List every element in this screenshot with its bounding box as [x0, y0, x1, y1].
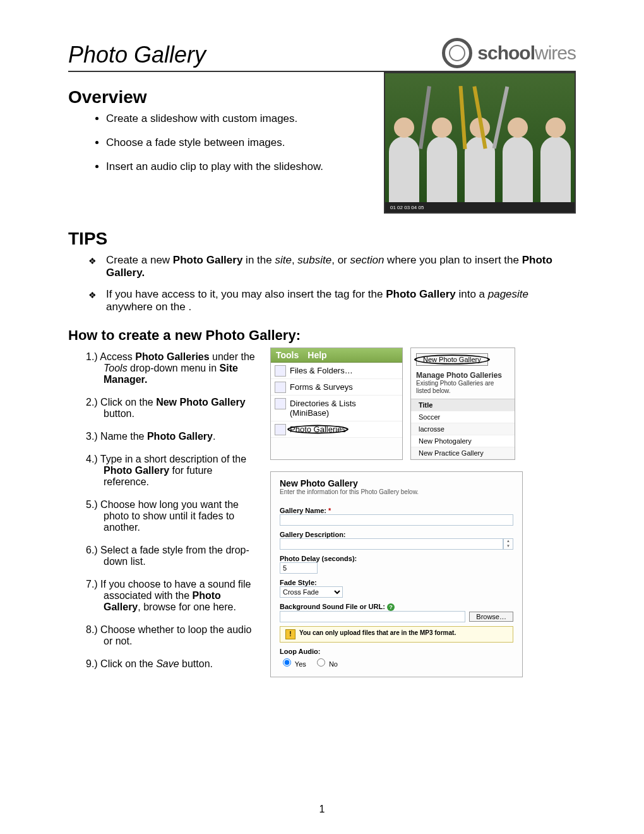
tools-menu-header: Tools Help	[271, 348, 402, 363]
photo-footer: 01 02 03 04 05	[385, 202, 575, 212]
warning-text: You can only upload files that are in th…	[299, 629, 456, 636]
list-item: Choose a fade style between images.	[106, 136, 366, 149]
sound-input[interactable]	[280, 611, 465, 622]
list-item: 7.) If you choose to have a sound file a…	[86, 579, 258, 613]
tips-list: Create a new Photo Gallery in the site, …	[68, 254, 576, 313]
steps-list: 1.) Access Photo Galleries under the Too…	[68, 351, 258, 670]
list-item: Create a slideshow with custom images.	[106, 112, 366, 125]
galleries-panel-screenshot: New Photo Gallery Manage Photo Galleries…	[410, 348, 515, 460]
tab-tools[interactable]: Tools	[276, 350, 299, 360]
list-item: 5.) Choose how long you want the photo t…	[86, 499, 258, 533]
gallery-name-input[interactable]	[280, 514, 513, 526]
folder-icon	[275, 365, 286, 377]
list-item: 4.) Type in a short description of the P…	[86, 454, 258, 488]
gallery-desc-input[interactable]	[280, 538, 503, 550]
table-row[interactable]: New Photogalery	[411, 435, 515, 447]
menu-item-photo-galleries[interactable]: Photo Galleries	[271, 421, 402, 438]
table-header: Title	[411, 399, 515, 411]
fade-style-label: Fade Style:	[280, 579, 513, 586]
logo-icon	[442, 38, 472, 68]
tab-help[interactable]: Help	[307, 350, 326, 360]
gallery-icon	[275, 424, 286, 435]
warning-icon: !	[285, 629, 295, 639]
menu-item[interactable]: Files & Folders…	[271, 363, 402, 379]
browse-button[interactable]: Browse…	[469, 612, 513, 622]
manage-galleries-subtitle: Existing Photo Galleries are listed belo…	[416, 380, 494, 394]
photo-delay-input[interactable]	[280, 562, 318, 574]
brand-text-bold: school	[477, 42, 535, 63]
list-item: 3.) Name the Photo Gallery.	[86, 431, 258, 442]
new-photo-gallery-button[interactable]: New Photo Gallery	[416, 353, 488, 366]
form-title: New Photo Gallery	[280, 478, 513, 488]
help-icon[interactable]: ?	[387, 603, 395, 611]
menu-item[interactable]: Directories & Lists (MiniBase)	[271, 396, 402, 421]
table-row[interactable]: lacrosse	[411, 423, 515, 435]
desc-spinner[interactable]: ▲▼	[503, 538, 513, 550]
list-item: Insert an audio clip to play with the sl…	[106, 160, 366, 173]
list-item: 9.) Click on the Save button.	[86, 658, 258, 670]
page-number: 1	[0, 804, 644, 815]
list-item: If you have access to it, you may also i…	[106, 288, 576, 313]
loop-yes[interactable]: Yes	[280, 656, 306, 668]
brand-text-light: wires	[535, 42, 576, 63]
page-title: Photo Gallery	[68, 42, 206, 68]
overview-heading: Overview	[68, 87, 366, 107]
gallery-desc-label: Gallery Description:	[280, 531, 513, 538]
tools-menu-screenshot: Tools Help Files & Folders… Forms & Surv…	[270, 348, 403, 460]
manage-galleries-title: Manage Photo Galleries	[416, 371, 510, 380]
new-gallery-form-screenshot: New Photo Gallery Enter the information …	[270, 471, 523, 677]
sample-photo: 01 02 03 04 05	[384, 72, 576, 214]
list-item: 1.) Access Photo Galleries under the Too…	[86, 351, 258, 385]
list-item: Create a new Photo Gallery in the site, …	[106, 254, 576, 279]
brand-logo: schoolwires	[442, 38, 576, 68]
list-item: 8.) Choose whether to loop the audio or …	[86, 624, 258, 647]
list-item: 2.) Click on the New Photo Gallery butto…	[86, 397, 258, 420]
form-icon	[275, 382, 286, 393]
form-subtitle: Enter the information for this Photo Gal…	[280, 488, 513, 495]
tips-heading: TIPS	[68, 229, 576, 249]
circled-highlight: Photo Galleries	[290, 425, 346, 434]
loop-no[interactable]: No	[314, 656, 338, 668]
photo-delay-label: Photo Delay (seconds):	[280, 555, 513, 562]
fade-style-select[interactable]: Cross Fade	[280, 586, 343, 598]
menu-item[interactable]: Forms & Surveys	[271, 379, 402, 396]
overview-list: Create a slideshow with custom images. C…	[68, 112, 366, 173]
warning-box: ! You can only upload files that are in …	[280, 626, 513, 643]
table-row[interactable]: Soccer	[411, 411, 515, 423]
howto-heading: How to create a new Photo Gallery:	[68, 327, 576, 344]
loop-audio-label: Loop Audio:	[280, 648, 513, 655]
gallery-name-label: Gallery Name: *	[280, 507, 513, 514]
directory-icon	[275, 398, 286, 409]
sound-label: Background Sound File or URL: ?	[280, 603, 513, 611]
table-row[interactable]: New Practice Gallery	[411, 447, 515, 459]
list-item: 6.) Select a fade style from the drop-do…	[86, 545, 258, 567]
